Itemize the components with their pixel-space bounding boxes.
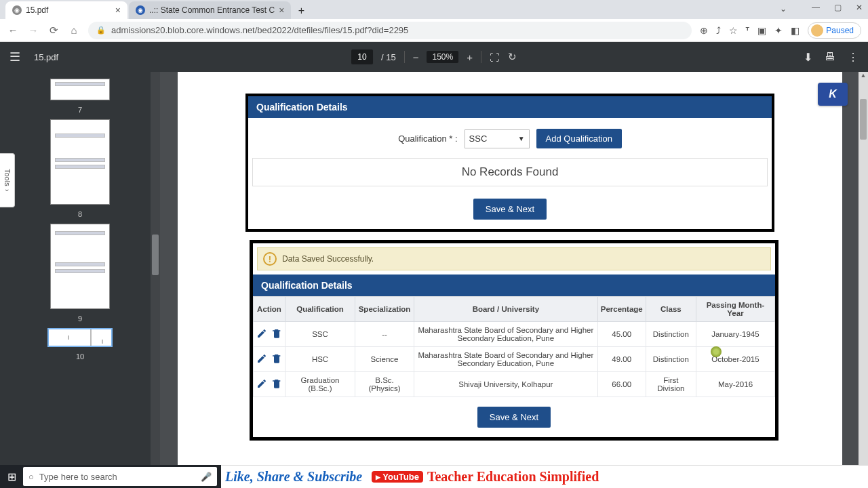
qualification-table: Action Qualification Specialization Boar…	[253, 296, 775, 397]
banner-channel: Teacher Education Simplified	[427, 469, 599, 485]
chevron-down-icon[interactable]: ⌄	[780, 4, 787, 14]
no-records-message: No Records Found	[252, 158, 768, 186]
extensions-icon[interactable]: ✦	[774, 25, 783, 36]
panel-header: Qualification Details	[253, 274, 775, 296]
youtube-badge: YouTube	[372, 471, 423, 483]
pdf-filename: 15.pdf	[34, 52, 58, 62]
page-scrollbar[interactable]: ▲	[859, 72, 868, 488]
col-action: Action	[254, 297, 285, 322]
qualification-panel-filled: ! Data Saved Successfully. Qualification…	[250, 240, 778, 441]
edit-icon[interactable]	[256, 378, 267, 390]
tools-tab[interactable]: Tools›	[0, 153, 15, 207]
zoom-out-icon[interactable]: −	[413, 52, 419, 63]
page-thumbnail[interactable]	[50, 119, 110, 205]
thumbnail-sidebar: 7 8 9 10	[0, 72, 160, 488]
minimize-icon[interactable]: —	[810, 3, 822, 12]
delete-icon[interactable]	[271, 328, 282, 340]
delete-icon[interactable]	[271, 353, 282, 365]
close-icon[interactable]: ×	[279, 5, 284, 16]
col-specialization: Specialization	[355, 297, 414, 322]
page-area: K ▲ Qualification Details Qualification …	[160, 72, 868, 488]
col-percentage: Percentage	[597, 297, 646, 322]
new-tab-button[interactable]: +	[292, 3, 310, 19]
qualification-panel-empty: Qualification Details Qualification * : …	[245, 94, 774, 232]
url-text: admissions20.blob.core.windows.net/bed20…	[111, 25, 408, 35]
close-icon[interactable]: ×	[115, 5, 121, 16]
menu-icon[interactable]: ☰	[9, 49, 20, 64]
thumb-label: 8	[78, 210, 82, 218]
star-icon[interactable]: ☆	[729, 25, 738, 36]
col-passing: Passing Month-Year	[696, 297, 774, 322]
qualification-label: Qualification * :	[398, 134, 457, 144]
sidepanel-icon[interactable]: ◧	[791, 25, 800, 36]
save-next-button[interactable]: Save & Next	[477, 407, 551, 428]
mic-icon[interactable]: 🎤	[201, 472, 212, 482]
tab-title: 15.pdf	[26, 5, 48, 15]
translate-icon[interactable]: ᵀ	[746, 26, 749, 35]
save-next-button[interactable]: Save & Next	[473, 199, 547, 220]
thumb-label: 7	[78, 106, 82, 114]
edit-icon[interactable]	[256, 328, 267, 340]
url-field[interactable]: 🔒 admissions20.blob.core.windows.net/bed…	[88, 22, 692, 39]
taskbar: ⊞ ○ Type here to search 🎤	[0, 465, 221, 488]
share-icon[interactable]: ⤴	[716, 25, 721, 36]
taskbar-search[interactable]: ○ Type here to search 🎤	[23, 467, 217, 486]
panel-header: Qualification Details	[248, 96, 772, 118]
fit-page-icon[interactable]: ⛶	[490, 52, 500, 63]
col-class: Class	[646, 297, 696, 322]
pdf-page: Qualification Details Qualification * : …	[178, 72, 842, 488]
k-overlay-button[interactable]: K	[818, 83, 848, 106]
forward-icon[interactable]: →	[27, 24, 39, 36]
home-icon[interactable]: ⌂	[68, 24, 80, 36]
add-qualification-button[interactable]: Add Qualification	[536, 129, 622, 148]
tab-title: ..:: State Common Entrance Test C	[149, 5, 275, 15]
page-thumbnail[interactable]	[50, 224, 110, 309]
table-row: Graduation (B.Sc.)B.Sc. (Physics)Shivaji…	[254, 372, 775, 397]
globe-icon: ◉	[12, 5, 22, 15]
reload-icon[interactable]: ⟳	[47, 24, 60, 37]
pdf-toolbar: ☰ 15.pdf / 15 − 150% + ⛶ ↻ ⬇ 🖶 ⋮	[0, 42, 868, 72]
browser-tab-strip: ◉ 15.pdf × ◉ ..:: State Common Entrance …	[0, 0, 868, 19]
table-row: SSC--Maharashtra State Board of Secondar…	[254, 322, 775, 347]
profile-button[interactable]: Paused	[808, 22, 861, 39]
chevron-down-icon: ▼	[518, 135, 525, 142]
more-icon[interactable]: ⋮	[848, 51, 859, 64]
zoom-in-icon[interactable]: +	[467, 52, 473, 63]
address-bar: ← → ⟳ ⌂ 🔒 admissions20.blob.core.windows…	[0, 19, 868, 42]
back-icon[interactable]: ←	[7, 24, 19, 36]
page-input[interactable]	[351, 49, 373, 64]
page-thumbnail-selected[interactable]	[47, 328, 113, 347]
browser-tab[interactable]: ◉ ..:: State Common Entrance Test C ×	[129, 1, 291, 19]
thumbnail-scrollbar[interactable]	[151, 72, 160, 488]
delete-icon[interactable]	[271, 378, 282, 390]
print-icon[interactable]: 🖶	[825, 51, 835, 64]
edit-icon[interactable]	[256, 353, 267, 365]
download-icon[interactable]: ⬇	[804, 51, 812, 64]
pdf-viewer: Tools› 7 8 9 10 K ▲ Qualification Detail…	[0, 72, 868, 488]
cursor-highlight	[711, 346, 722, 357]
info-icon: !	[263, 252, 277, 266]
thumb-label: 9	[78, 314, 82, 323]
window-controls: — ▢ ✕	[810, 3, 865, 12]
page-thumbnail[interactable]	[50, 79, 110, 100]
table-row: HSCScienceMaharashtra State Board of Sec…	[254, 347, 775, 372]
browser-tab-active[interactable]: ◉ 15.pdf ×	[5, 1, 127, 19]
banner-like-share: Like, Share & Subscribe	[225, 469, 362, 485]
thumb-label: 10	[76, 352, 84, 361]
page-total: / 15	[381, 52, 396, 62]
maximize-icon[interactable]: ▢	[831, 3, 844, 12]
start-button[interactable]: ⊞	[0, 465, 23, 488]
rotate-icon[interactable]: ↻	[508, 51, 517, 63]
success-alert: ! Data Saved Successfully.	[257, 247, 771, 270]
col-qualification: Qualification	[285, 297, 355, 322]
avatar-icon	[811, 24, 823, 37]
close-window-icon[interactable]: ✕	[853, 3, 865, 12]
zoom-icon[interactable]: ⊕	[700, 25, 708, 36]
qualification-select[interactable]: SSC ▼	[465, 129, 530, 148]
reader-icon[interactable]: ▣	[757, 25, 766, 36]
lock-icon: 🔒	[96, 26, 106, 35]
zoom-level: 150%	[427, 51, 458, 63]
site-icon: ◉	[136, 5, 145, 15]
scroll-up-icon[interactable]: ▲	[859, 72, 868, 81]
search-icon: ○	[28, 472, 34, 482]
